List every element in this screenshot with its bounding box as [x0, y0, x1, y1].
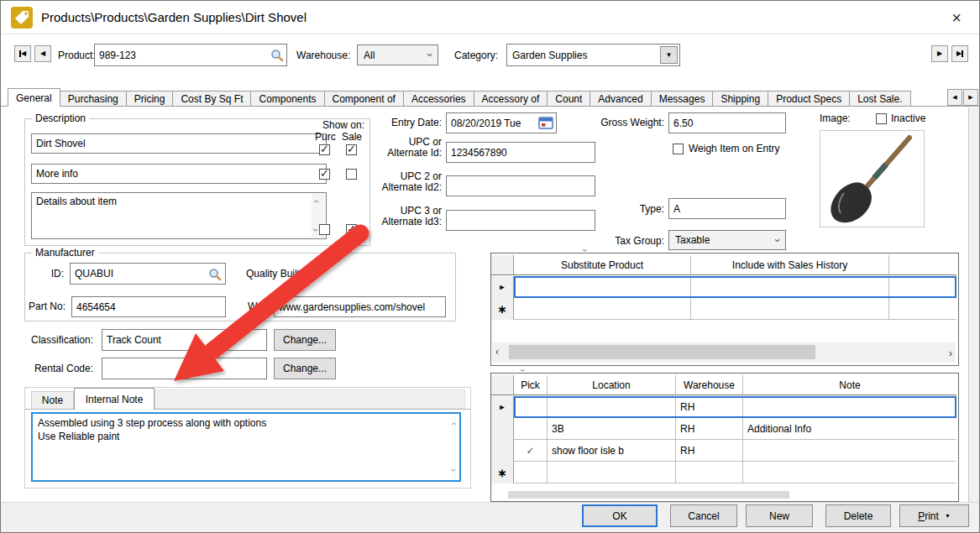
- warehouse-select[interactable]: All ›: [357, 44, 438, 65]
- first-record-button[interactable]: ◀: [14, 45, 31, 62]
- row-selector-cell[interactable]: [491, 440, 514, 462]
- show1-sale-checkbox[interactable]: [346, 144, 357, 155]
- warehouse-header[interactable]: Warehouse: [676, 375, 743, 395]
- tab-note[interactable]: Note: [31, 391, 74, 409]
- tab-accessory-of[interactable]: Accessory of: [474, 91, 548, 107]
- manufacturer-id-input[interactable]: QUABUI: [70, 263, 226, 285]
- web-input[interactable]: www.gardensupplies.com/shovel: [274, 296, 446, 317]
- substitute-product-header[interactable]: Substitute Product: [514, 255, 691, 274]
- location-selector-header[interactable]: [491, 375, 514, 395]
- note-header[interactable]: Note: [743, 375, 956, 395]
- upc1-input[interactable]: 1234567890: [446, 142, 595, 163]
- product-search-icon[interactable]: [270, 49, 284, 62]
- classification-input[interactable]: Track Count: [102, 329, 267, 351]
- substitute-extra-cell[interactable]: [889, 298, 956, 319]
- tab-advanced[interactable]: Advanced: [590, 91, 651, 107]
- location-row-body[interactable]: ✓ show floor isle b RH: [514, 440, 956, 462]
- tax-group-select[interactable]: Taxable ›: [668, 230, 786, 250]
- description-line1-input[interactable]: Dirt Shovel: [31, 133, 327, 154]
- tab-product-specs[interactable]: Product Specs: [768, 91, 850, 107]
- warehouse-cell[interactable]: [676, 462, 743, 483]
- warehouse-cell[interactable]: RH: [676, 418, 743, 439]
- tab-lost-sales[interactable]: Lost Sale.: [850, 91, 910, 107]
- tab-shipping[interactable]: Shipping: [713, 91, 768, 107]
- pick-cell[interactable]: [516, 398, 548, 416]
- previous-record-button[interactable]: ◀: [34, 45, 51, 62]
- show3-sale-checkbox[interactable]: [346, 224, 357, 235]
- new-row-selector-cell[interactable]: ∗: [491, 298, 514, 320]
- tab-general[interactable]: General: [8, 88, 60, 107]
- show2-sale-checkbox[interactable]: [346, 169, 357, 180]
- note-cell[interactable]: Additional Info: [743, 418, 956, 439]
- close-button[interactable]: ×: [943, 6, 970, 29]
- upc2-input[interactable]: [446, 175, 595, 196]
- next-record-button[interactable]: ▶: [931, 45, 948, 62]
- type-input[interactable]: A: [668, 198, 786, 219]
- tab-accessories[interactable]: Accessories: [404, 91, 474, 107]
- substitute-product-cell[interactable]: [514, 298, 691, 319]
- note-cell[interactable]: [743, 440, 956, 461]
- last-record-button[interactable]: ▶: [951, 45, 968, 62]
- new-button[interactable]: New: [746, 504, 813, 527]
- pick-cell[interactable]: [514, 462, 548, 483]
- location-header[interactable]: Location: [548, 375, 676, 395]
- hscroll-right-icon[interactable]: ›: [949, 347, 952, 358]
- inactive-checkbox[interactable]: [876, 113, 887, 124]
- tab-internal-note[interactable]: Internal Note: [74, 388, 155, 410]
- show1-purc-checkbox[interactable]: [319, 144, 330, 155]
- product-image[interactable]: [820, 130, 925, 227]
- row-selector-cell[interactable]: ►: [491, 396, 514, 418]
- calendar-icon[interactable]: [538, 117, 553, 129]
- substitute-hscrollbar[interactable]: › ›: [492, 342, 956, 363]
- substitute-newrow-body[interactable]: [514, 298, 956, 320]
- substitute-row-body[interactable]: [514, 276, 956, 298]
- substitute-row-current[interactable]: ►: [491, 276, 956, 298]
- row-selector-cell[interactable]: ►: [491, 276, 514, 298]
- note-cell[interactable]: [743, 462, 956, 483]
- location-row-body[interactable]: RH: [514, 396, 956, 418]
- internal-note-textarea[interactable]: Assembled using 3 step process along wit…: [31, 412, 461, 482]
- location-row-current[interactable]: ► RH: [491, 396, 956, 418]
- substitute-history-cell[interactable]: [691, 298, 889, 319]
- location-cell[interactable]: 3B: [548, 418, 676, 439]
- hscroll-thumb[interactable]: [509, 345, 815, 359]
- location-row[interactable]: 3B RH Additional Info: [491, 418, 956, 440]
- tab-pricing[interactable]: Pricing: [127, 91, 174, 107]
- print-button[interactable]: Print ▼: [899, 504, 969, 527]
- row-selector-cell[interactable]: [491, 418, 514, 440]
- location-row[interactable]: ✓ show floor isle b RH: [491, 440, 956, 462]
- substitute-history-header[interactable]: Include with Sales History: [691, 255, 889, 274]
- pick-header[interactable]: Pick: [514, 375, 548, 395]
- entry-date-input[interactable]: 08/20/2019 Tue: [446, 112, 557, 133]
- show3-purc-checkbox[interactable]: [319, 224, 330, 235]
- weigh-item-checkbox[interactable]: [673, 144, 684, 154]
- pick-cell[interactable]: ✓: [514, 440, 548, 461]
- tab-scroll-left-button[interactable]: ◀: [947, 89, 962, 106]
- substitute-selector-header[interactable]: [491, 255, 514, 274]
- warehouse-cell[interactable]: RH: [676, 440, 743, 461]
- product-input[interactable]: 989-123: [94, 44, 287, 66]
- location-cell[interactable]: show floor isle b: [548, 440, 676, 461]
- show2-purc-checkbox[interactable]: [319, 169, 330, 180]
- tab-count[interactable]: Count: [548, 91, 590, 107]
- warehouse-cell[interactable]: RH: [676, 398, 743, 416]
- description-details-input[interactable]: Details about item › ›: [31, 192, 327, 239]
- substitute-product-cell[interactable]: [516, 278, 691, 296]
- note-scroll-down-icon[interactable]: ›: [448, 468, 459, 472]
- location-hscrollbar-thumb[interactable]: [508, 491, 789, 499]
- substitute-extra-header[interactable]: [889, 255, 956, 274]
- rental-change-button[interactable]: Change...: [274, 358, 336, 379]
- new-row-selector-cell[interactable]: ∗: [491, 462, 514, 483]
- substitute-row-new[interactable]: ∗: [491, 298, 956, 320]
- rental-code-input[interactable]: [102, 358, 267, 379]
- tab-purchasing[interactable]: Purchasing: [60, 91, 127, 107]
- pick-cell[interactable]: [514, 418, 548, 439]
- substitute-history-cell[interactable]: [691, 278, 889, 296]
- location-cell[interactable]: [548, 398, 676, 416]
- location-row-body[interactable]: [514, 462, 956, 483]
- description-line2-input[interactable]: More info: [31, 164, 327, 184]
- upc3-input[interactable]: [446, 210, 595, 231]
- ok-button[interactable]: OK: [582, 504, 658, 527]
- tab-messages[interactable]: Messages: [652, 91, 714, 107]
- note-scroll-up-icon[interactable]: ›: [448, 422, 459, 426]
